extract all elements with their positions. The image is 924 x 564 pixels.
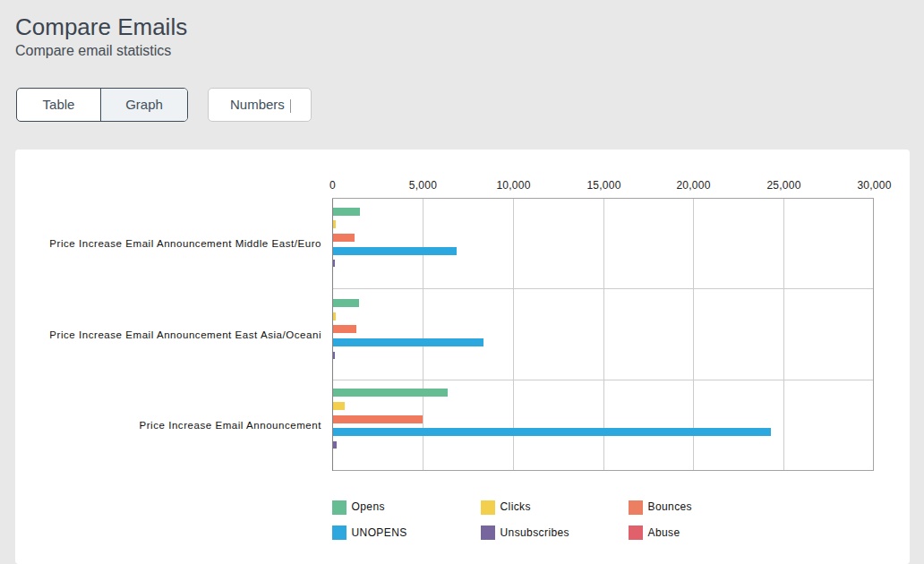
svg-text:Clicks: Clicks xyxy=(500,500,531,513)
svg-text:Abuse: Abuse xyxy=(648,526,680,539)
svg-text:5,000: 5,000 xyxy=(409,179,437,192)
svg-text:20,000: 20,000 xyxy=(676,179,710,192)
svg-text:UNOPENS: UNOPENS xyxy=(352,526,407,539)
svg-text:0: 0 xyxy=(329,179,336,192)
svg-text:25,000: 25,000 xyxy=(766,179,800,192)
svg-text:15,000: 15,000 xyxy=(586,179,620,192)
svg-text:Price Increase Email Announcem: Price Increase Email Announcement Middle… xyxy=(49,238,321,249)
svg-text:Unsubscribes: Unsubscribes xyxy=(500,526,570,539)
svg-text:10,000: 10,000 xyxy=(496,179,530,192)
svg-text:30,000: 30,000 xyxy=(857,179,891,192)
svg-text:Opens: Opens xyxy=(352,500,385,513)
svg-text:Price Increase Email Announcem: Price Increase Email Announcement East A… xyxy=(49,329,321,340)
svg-text:Bounces: Bounces xyxy=(648,500,693,513)
svg-text:Price Increase Email Announcem: Price Increase Email Announcement xyxy=(139,420,321,431)
